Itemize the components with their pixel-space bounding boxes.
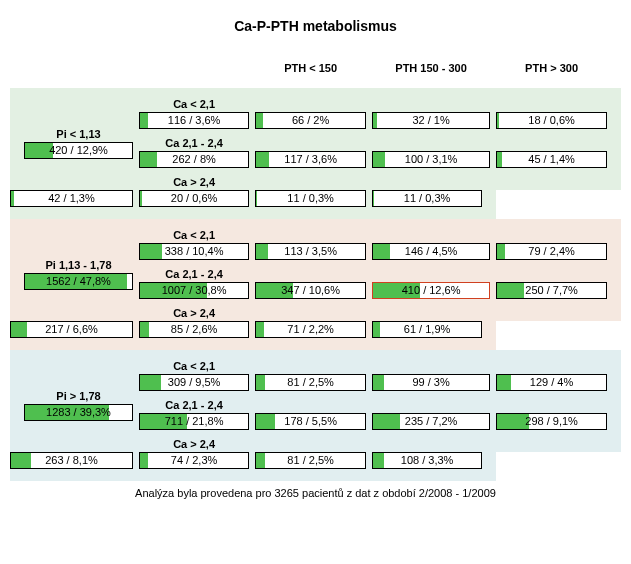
cell-bar: 113 / 3,5% [255,243,366,260]
cell-bar: 74 / 2,3% [139,452,249,469]
bar-value: 711 / 21,8% [140,414,248,429]
ca-label: Ca 2,1 - 2,4 [139,399,249,413]
bar-value: 117 / 3,6% [256,152,365,167]
page-title: Ca-P-PTH metabolismus [10,18,621,34]
cell-bar: 235 / 7,2% [372,413,490,430]
header-pth3: PTH > 300 [496,62,621,88]
cell-bar: 71 / 2,2% [255,321,366,338]
bar-value: 1562 / 47,8% [25,274,132,289]
pi-label: Pi > 1,78 [24,390,133,404]
metabolism-grid: PTH < 150 PTH 150 - 300 PTH > 300 Pi < 1… [10,62,621,481]
row-bars: 42 / 1,3%20 / 0,6%11 / 0,3%11 / 0,3% [10,190,621,219]
ca-total-bar: 263 / 8,1% [10,452,133,469]
ca-label: Ca < 2,1 [139,98,249,112]
cell-bar: 410 / 12,6% [372,282,490,299]
bar-value: 263 / 8,1% [11,453,132,468]
cell-bar: 18 / 0,6% [496,112,607,129]
ca-total-bar: 217 / 6,6% [10,321,133,338]
cell-bar: 79 / 2,4% [496,243,607,260]
bar-value: 410 / 12,6% [373,283,489,298]
bar-value: 61 / 1,9% [373,322,481,337]
row-bars: 217 / 6,6%85 / 2,6%71 / 2,2%61 / 1,9% [10,321,621,350]
cell-bar: 178 / 5,5% [255,413,366,430]
ca-label: Ca > 2,4 [139,176,249,190]
bar-value: 420 / 12,9% [25,143,132,158]
cell-bar: 11 / 0,3% [255,190,366,207]
ca-total-bar: 309 / 9,5% [139,374,249,391]
bar-value: 250 / 7,7% [497,283,606,298]
bar-value: 100 / 3,1% [373,152,489,167]
bar-value: 74 / 2,3% [140,453,248,468]
header-pth2: PTH 150 - 300 [372,62,496,88]
cell-bar: 11 / 0,3% [372,190,482,207]
bar-value: 1283 / 39,3% [25,405,132,420]
bar-value: 11 / 0,3% [256,191,365,206]
bar-value: 217 / 6,6% [11,322,132,337]
cell-bar: 99 / 3% [372,374,490,391]
pi-total-bar: 420 / 12,9% [24,142,133,159]
bar-value: 99 / 3% [373,375,489,390]
cell-bar: 250 / 7,7% [496,282,607,299]
ca-label: Ca 2,1 - 2,4 [139,268,249,282]
ca-total-bar: 42 / 1,3% [10,190,133,207]
ca-label: Ca < 2,1 [139,360,249,374]
cell-bar: 129 / 4% [496,374,607,391]
bar-value: 298 / 9,1% [497,414,606,429]
bar-value: 347 / 10,6% [256,283,365,298]
row-bars: 263 / 8,1%74 / 2,3%81 / 2,5%108 / 3,3% [10,452,621,481]
bar-value: 178 / 5,5% [256,414,365,429]
ca-total-bar: 338 / 10,4% [139,243,249,260]
bar-value: 146 / 4,5% [373,244,489,259]
bar-value: 116 / 3,6% [140,113,248,128]
cell-bar: 146 / 4,5% [372,243,490,260]
cell-bar: 81 / 2,5% [255,374,366,391]
bar-value: 42 / 1,3% [11,191,132,206]
cell-bar: 81 / 2,5% [255,452,366,469]
bar-value: 71 / 2,2% [256,322,365,337]
cell-bar: 61 / 1,9% [372,321,482,338]
bar-value: 81 / 2,5% [256,375,365,390]
bar-value: 108 / 3,3% [373,453,481,468]
cell-bar: 100 / 3,1% [372,151,490,168]
row-label: Pi < 1,13420 / 12,9%Ca < 2,1 [10,88,621,112]
cell-bar: 298 / 9,1% [496,413,607,430]
ca-total-bar: 262 / 8% [139,151,249,168]
bar-value: 129 / 4% [497,375,606,390]
cell-bar: 108 / 3,3% [372,452,482,469]
bar-value: 66 / 2% [256,113,365,128]
bar-value: 32 / 1% [373,113,489,128]
bar-value: 1007 / 30,8% [140,283,248,298]
cell-bar: 45 / 1,4% [496,151,607,168]
cell-bar: 85 / 2,6% [139,321,249,338]
pi-label: Pi 1,13 - 1,78 [24,259,133,273]
cell-bar: 20 / 0,6% [139,190,249,207]
cell-bar: 347 / 10,6% [255,282,366,299]
bar-value: 85 / 2,6% [140,322,248,337]
pi-total-bar: 1283 / 39,3% [24,404,133,421]
cell-bar: 66 / 2% [255,112,366,129]
bar-value: 18 / 0,6% [497,113,606,128]
bar-value: 45 / 1,4% [497,152,606,167]
bar-value: 11 / 0,3% [373,191,481,206]
header-row: PTH < 150 PTH 150 - 300 PTH > 300 [10,62,621,88]
bar-value: 235 / 7,2% [373,414,489,429]
bar-value: 309 / 9,5% [140,375,248,390]
bar-value: 262 / 8% [140,152,248,167]
footer-note: Analýza byla provedena pro 3265 pacientů… [10,487,621,499]
ca-total-bar: 116 / 3,6% [139,112,249,129]
pi-label: Pi < 1,13 [24,128,133,142]
header-pth1: PTH < 150 [255,62,372,88]
bar-value: 79 / 2,4% [497,244,606,259]
pi-total-bar: 1562 / 47,8% [24,273,133,290]
cell-bar: 117 / 3,6% [255,151,366,168]
bar-value: 338 / 10,4% [140,244,248,259]
bar-value: 81 / 2,5% [256,453,365,468]
ca-label: Ca > 2,4 [139,307,249,321]
ca-label: Ca 2,1 - 2,4 [139,137,249,151]
bar-value: 113 / 3,5% [256,244,365,259]
ca-label: Ca < 2,1 [139,229,249,243]
row-label: Pi > 1,781283 / 39,3%Ca < 2,1 [10,350,621,374]
bar-value: 20 / 0,6% [140,191,248,206]
row-label: Pi 1,13 - 1,781562 / 47,8%Ca < 2,1 [10,219,621,243]
cell-bar: 32 / 1% [372,112,490,129]
